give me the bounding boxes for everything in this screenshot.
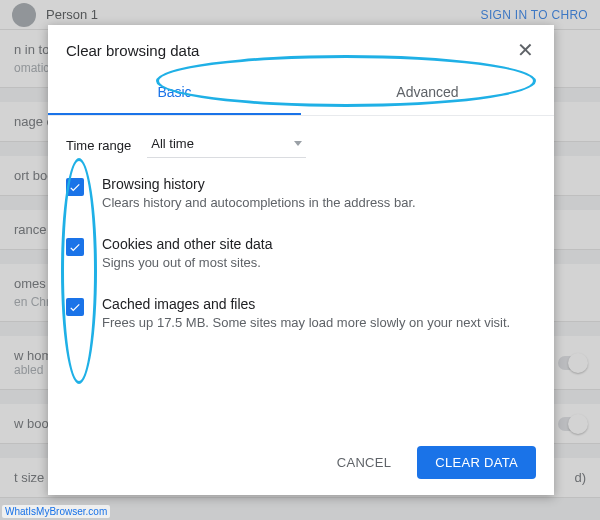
option-desc: Frees up 17.5 MB. Some sites may load mo… <box>102 315 510 330</box>
tab-advanced[interactable]: Advanced <box>301 71 554 115</box>
time-range-label: Time range <box>66 138 131 153</box>
checkbox-checked-icon[interactable] <box>66 298 84 316</box>
clear-data-button[interactable]: CLEAR DATA <box>417 446 536 479</box>
cancel-button[interactable]: CANCEL <box>319 446 410 479</box>
dropdown-caret-icon <box>294 141 302 146</box>
watermark: WhatIsMyBrowser.com <box>2 505 110 518</box>
option-cached[interactable]: Cached images and files Frees up 17.5 MB… <box>66 296 536 330</box>
option-desc: Clears history and autocompletions in th… <box>102 195 416 210</box>
option-browsing-history[interactable]: Browsing history Clears history and auto… <box>66 176 536 210</box>
option-desc: Signs you out of most sites. <box>102 255 272 270</box>
close-icon[interactable]: ✕ <box>514 39 536 61</box>
tab-basic[interactable]: Basic <box>48 71 301 115</box>
option-label: Browsing history <box>102 176 416 192</box>
option-label: Cookies and other site data <box>102 236 272 252</box>
checkbox-checked-icon[interactable] <box>66 178 84 196</box>
option-cookies[interactable]: Cookies and other site data Signs you ou… <box>66 236 536 270</box>
dialog-title: Clear browsing data <box>66 42 199 59</box>
option-label: Cached images and files <box>102 296 510 312</box>
time-range-select[interactable]: All time <box>147 132 306 158</box>
time-range-value: All time <box>151 136 194 151</box>
checkbox-checked-icon[interactable] <box>66 238 84 256</box>
clear-browsing-data-dialog: Clear browsing data ✕ Basic Advanced Tim… <box>48 25 554 495</box>
